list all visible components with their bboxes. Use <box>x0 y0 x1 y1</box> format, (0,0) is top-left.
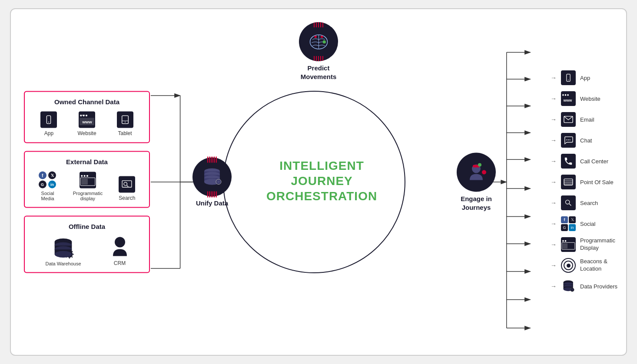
right-pos-icon <box>561 175 576 189</box>
right-programmatic-item: → ProgrammaticDisplay <box>551 237 617 252</box>
diagram-container: Owned Channel Data App <box>11 9 626 355</box>
svg-rect-90 <box>564 179 573 185</box>
right-pos-arrow: → <box>551 179 557 185</box>
tablet-label: Tablet <box>118 130 132 136</box>
google-icon: G <box>39 181 46 189</box>
right-search-label: Search <box>580 200 598 206</box>
right-website-icon: www <box>561 91 576 106</box>
app-icon <box>40 112 57 128</box>
external-data-box: External Data f 𝕏 G in SocialMedia <box>24 151 150 208</box>
right-email-label: Email <box>580 116 594 123</box>
svg-point-89 <box>570 139 571 140</box>
predict-red-lines-top <box>314 22 323 27</box>
unify-label: Unify Data <box>196 199 228 207</box>
app-label: App <box>44 130 53 136</box>
right-programmatic-arrow: → <box>551 241 557 248</box>
tablet-icon <box>117 112 133 128</box>
right-chat-icon <box>561 133 576 148</box>
owned-channel-title: Owned Channel Data <box>33 98 141 106</box>
right-callcenter-label: Call Center <box>580 158 608 165</box>
svg-point-83 <box>565 94 567 96</box>
app-item: App <box>40 112 57 136</box>
right-website-label: Website <box>580 96 601 102</box>
right-social-arrow: → <box>551 220 557 227</box>
right-chat-arrow: → <box>551 137 557 144</box>
right-pos-item: → Point Of Sale <box>551 175 617 189</box>
social-label: SocialMedia <box>41 191 54 201</box>
engage-svg <box>463 159 489 185</box>
right-email-icon <box>561 112 576 127</box>
right-dataproviders-icon <box>561 279 576 294</box>
svg-point-87 <box>566 139 567 140</box>
crm-label: CRM <box>114 260 126 266</box>
svg-point-64 <box>321 36 323 38</box>
website-icon: www <box>79 112 95 128</box>
right-callcenter-arrow: → <box>551 158 557 165</box>
right-app-label: App <box>580 75 590 81</box>
svg-text:www: www <box>563 98 572 103</box>
crm-icon <box>111 236 129 258</box>
right-search-item: → Search <box>551 195 617 210</box>
right-pos-label: Point Of Sale <box>580 179 614 185</box>
search-left-icon <box>119 176 135 193</box>
svg-point-25 <box>80 115 82 116</box>
svg-point-26 <box>83 115 84 116</box>
social-icon-grid: f 𝕏 G in <box>39 172 57 189</box>
unify-db-svg <box>200 166 224 188</box>
search-label: Search <box>119 195 135 201</box>
programmatic-icon <box>80 172 96 189</box>
owned-channel-box: Owned Channel Data App <box>24 91 150 143</box>
right-dataproviders-arrow: → <box>551 283 557 290</box>
svg-point-78 <box>482 170 486 175</box>
right-chat-label: Chat <box>580 137 592 144</box>
svg-rect-101 <box>563 243 567 248</box>
offline-data-box: Offline Data <box>24 216 150 273</box>
right-app-item: → App <box>551 70 617 85</box>
svg-point-77 <box>478 163 481 167</box>
predict-circle <box>299 22 338 61</box>
brain-svg <box>307 31 331 53</box>
svg-point-27 <box>86 115 87 116</box>
right-dataproviders-item: → Data Providers <box>551 279 617 294</box>
external-title: External Data <box>33 158 141 165</box>
twitter-icon: 𝕏 <box>48 172 56 179</box>
svg-text:www: www <box>82 119 92 124</box>
right-beacon-arrow: → <box>551 262 557 269</box>
programmatic-label: Programmaticdisplay <box>73 191 103 201</box>
svg-point-31 <box>125 122 126 122</box>
tablet-item: Tablet <box>117 112 133 136</box>
unify-node: Unify Data <box>192 158 232 207</box>
svg-point-35 <box>83 175 85 177</box>
right-email-item: → Email <box>551 112 617 127</box>
svg-point-23 <box>49 122 50 122</box>
svg-point-65 <box>322 40 325 43</box>
svg-point-60 <box>115 237 125 248</box>
svg-line-55 <box>72 257 73 258</box>
svg-point-88 <box>568 139 569 140</box>
predict-node: Predict Movements <box>299 22 338 81</box>
right-social-icon: f 𝕏 G in <box>561 216 576 231</box>
offline-items: Data Warehouse CRM <box>33 236 141 266</box>
right-programmatic-icon <box>561 237 576 252</box>
svg-rect-38 <box>81 179 88 185</box>
right-social-label: Social <box>580 221 595 227</box>
right-website-item: → www Website <box>551 91 617 106</box>
svg-line-56 <box>72 251 73 252</box>
right-app-icon <box>561 70 576 85</box>
data-warehouse-item: Data Warehouse <box>45 237 81 266</box>
programmatic-item: Programmaticdisplay <box>73 172 103 201</box>
predict-red-lines-bottom <box>314 56 323 61</box>
svg-point-36 <box>86 175 88 177</box>
facebook-icon: f <box>39 172 46 179</box>
svg-point-34 <box>81 175 83 177</box>
crm-item: CRM <box>111 236 129 266</box>
svg-point-110 <box>571 289 573 291</box>
right-programmatic-label: ProgrammaticDisplay <box>580 237 615 252</box>
right-beacon-label: Beacons &Location <box>580 258 607 273</box>
right-app-arrow: → <box>551 74 557 81</box>
engage-label: Engage in Journeys <box>461 195 492 212</box>
center-label: INTELLIGENT JOURNEY ORCHESTRATION <box>266 158 377 204</box>
right-search-arrow: → <box>551 199 557 206</box>
svg-rect-79 <box>567 74 570 82</box>
svg-point-74 <box>217 181 220 183</box>
